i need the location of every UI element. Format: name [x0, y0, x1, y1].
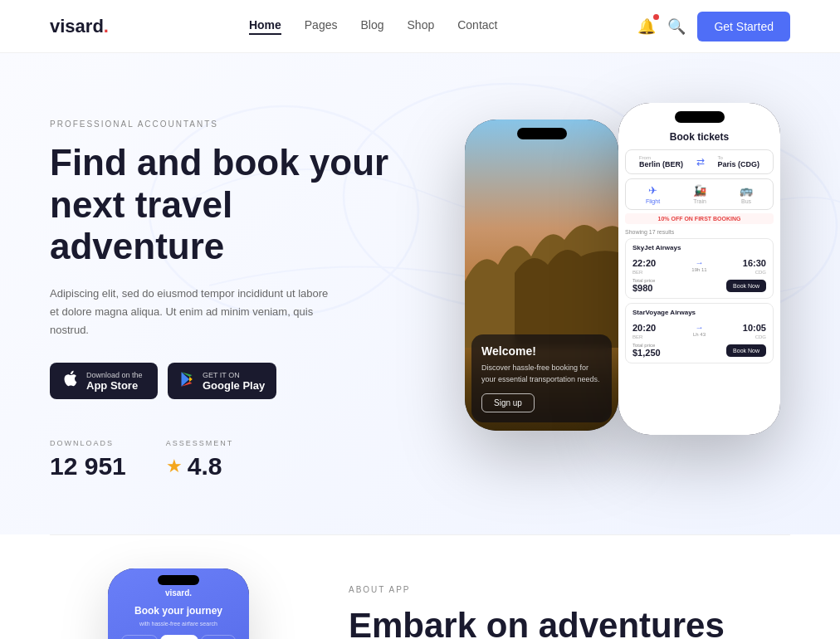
- hero-section: Professional Accountants Find and book y…: [0, 53, 840, 534]
- rating-number: 4.8: [188, 452, 222, 480]
- phone-mockup-3: visard. Book your journey with hassle-fr…: [108, 568, 249, 639]
- airline-1-name: SkyJet Airways: [632, 244, 766, 251]
- about-content: About App Embark on adventures with our …: [349, 568, 790, 639]
- flight-card-1: SkyJet Airways 22:20 BER → 19h 11 16:30: [625, 238, 774, 299]
- tab-one-way[interactable]: One way: [121, 635, 158, 639]
- arrive-time-2: 10:05: [743, 323, 766, 333]
- phone3-tabs-row: One way Roundtrip Multicity: [121, 635, 235, 639]
- nav-shop[interactable]: Shop: [408, 18, 435, 35]
- downloads-label: Downloads: [50, 439, 126, 447]
- star-icon: ★: [166, 456, 183, 477]
- search-icon[interactable]: 🔍: [667, 17, 686, 36]
- phone3-title-text: Book your journey: [126, 604, 231, 618]
- phone1-screen: Welcome! Discover hassle-free booking fo…: [465, 120, 618, 431]
- phone1-signup-button[interactable]: Sign up: [481, 393, 535, 412]
- duration-1: 19h 11: [691, 267, 706, 272]
- transport-flight[interactable]: ✈ Flight: [646, 184, 660, 204]
- phone3-area: 📍 📍 visard. Book your journey with hassl…: [50, 568, 299, 639]
- bus-icon: 🚌: [740, 184, 753, 197]
- arrive-code-1: CDG: [743, 270, 766, 275]
- transport-bus[interactable]: 🚌 Bus: [740, 184, 753, 204]
- hero-title: Find and book your next travel adventure: [50, 142, 398, 268]
- navbar: visard. Home Pages Blog Shop Contact 🔔 🔍…: [0, 0, 840, 53]
- app-store-small: Download on the: [86, 371, 143, 379]
- depart-code-2: BER: [632, 334, 656, 339]
- phone2-screen: Book tickets From Berlin (BER) ⇄ To Pari…: [618, 103, 780, 435]
- welcome-desc: Discover hassle-free booking for your es…: [481, 363, 602, 385]
- google-play-button[interactable]: GET IT ON Google Play: [168, 363, 276, 399]
- nav-links: Home Pages Blog Shop Contact: [249, 18, 498, 35]
- nav-contact[interactable]: Contact: [457, 18, 497, 35]
- phone3-subtitle-text: with hassle-free airfare search: [133, 621, 224, 627]
- phone2-route: From Berlin (BER) ⇄ To Paris (CDG): [625, 149, 774, 174]
- depart-code-1: BER: [632, 270, 656, 275]
- welcome-title: Welcome!: [481, 344, 602, 358]
- hero-description: Adipiscing elit, sed do eiusmod tempor i…: [50, 285, 332, 339]
- book-btn-1[interactable]: Book Now: [726, 280, 766, 292]
- app-store-button[interactable]: Download on the App Store: [50, 363, 158, 399]
- nav-right-actions: 🔔 🔍 Get Started: [637, 12, 790, 41]
- about-section: 📍 📍 visard. Book your journey with hassl…: [0, 535, 840, 639]
- tab-roundtrip[interactable]: Roundtrip: [160, 635, 198, 639]
- about-title: Embark on adventures with our app: [349, 606, 790, 639]
- nav-home[interactable]: Home: [249, 18, 281, 35]
- hero-tag: Professional Accountants: [50, 120, 398, 129]
- logo-dot: .: [104, 16, 109, 37]
- get-started-button[interactable]: Get Started: [697, 12, 790, 41]
- hero-content: Professional Accountants Find and book y…: [50, 103, 398, 480]
- train-icon: 🚂: [693, 184, 706, 197]
- arrive-time-1: 16:30: [743, 258, 766, 268]
- flight-card-2: StarVoyage Airways 20:20 BER → Lh 43 10:…: [625, 303, 774, 363]
- phone3-logo: visard.: [165, 588, 192, 598]
- tab-multicity[interactable]: Multicity: [201, 635, 235, 639]
- flight-arrow-2: →: [693, 323, 706, 332]
- logo: visard.: [50, 16, 109, 37]
- flight-label: Flight: [646, 198, 660, 204]
- flight-icon: ✈: [648, 184, 657, 197]
- route-to-value: Paris (CDG): [718, 160, 760, 168]
- route-from-value: Berlin (BER): [639, 160, 683, 168]
- assessment-stat: Assessment ★ 4.8: [166, 439, 234, 480]
- airline-2-name: StarVoyage Airways: [632, 309, 766, 316]
- train-label: Train: [693, 198, 706, 204]
- phone-mockups-area: Welcome! Discover hassle-free booking fo…: [432, 103, 790, 501]
- logo-text: visard: [50, 16, 104, 37]
- phone2-transport-modes: ✈ Flight 🚂 Train 🚌 Bus: [625, 178, 774, 210]
- phone3-notch: [158, 575, 199, 585]
- phone2-title: Book tickets: [618, 128, 780, 149]
- depart-time-2: 20:20: [632, 323, 656, 333]
- rating-value: ★ 4.8: [166, 452, 234, 480]
- app-store-big: App Store: [86, 379, 143, 392]
- phone1-welcome-overlay: Welcome! Discover hassle-free booking fo…: [471, 334, 612, 422]
- hero-stats: Downloads 12 951 Assessment ★ 4.8: [50, 439, 398, 480]
- apple-icon: [61, 369, 80, 393]
- google-play-small: GET IT ON: [203, 371, 265, 379]
- duration-2: Lh 43: [693, 332, 706, 337]
- store-buttons: Download on the App Store GET IT ON Goog…: [50, 363, 398, 399]
- price-1: $980: [632, 283, 655, 293]
- flight-arrow-1: →: [691, 258, 706, 267]
- transport-train[interactable]: 🚂 Train: [693, 184, 706, 204]
- phone1-notch: [517, 128, 567, 139]
- results-count: Showing 17 results: [618, 227, 780, 238]
- nav-pages[interactable]: Pages: [305, 18, 338, 35]
- app-store-text: Download on the App Store: [86, 371, 143, 392]
- phone3-logo-text: visard.: [165, 588, 192, 598]
- about-tag: About App: [349, 585, 790, 594]
- phone-mockup-2: Book tickets From Berlin (BER) ⇄ To Pari…: [618, 103, 780, 435]
- phone-mockup-1: Welcome! Discover hassle-free booking fo…: [465, 120, 618, 431]
- bus-label: Bus: [741, 198, 751, 204]
- notification-icon[interactable]: 🔔: [637, 17, 656, 36]
- arrive-code-2: CDG: [743, 334, 766, 339]
- phone2-notch: [675, 111, 725, 123]
- price-2: $1,250: [632, 348, 661, 358]
- assessment-label: Assessment: [166, 439, 234, 447]
- google-play-icon: [179, 371, 196, 392]
- book-btn-2[interactable]: Book Now: [726, 344, 766, 357]
- phone2-discount-banner: 10% OFF ON FIRST BOOKING: [625, 213, 774, 224]
- downloads-value: 12 951: [50, 452, 126, 480]
- about-title-start: Embark on adventures with our: [349, 606, 725, 639]
- nav-blog[interactable]: Blog: [360, 18, 383, 35]
- route-arrow-icon: ⇄: [696, 156, 705, 168]
- depart-time-1: 22:20: [632, 258, 656, 268]
